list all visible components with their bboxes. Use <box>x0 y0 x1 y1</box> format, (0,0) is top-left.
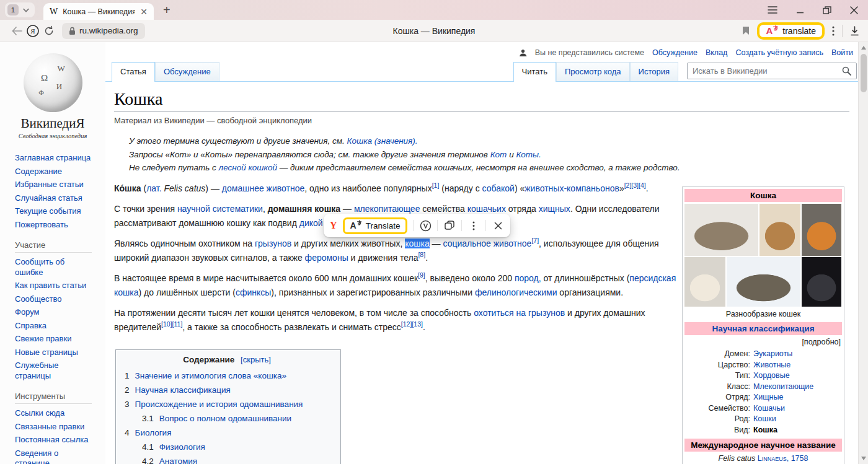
hatnote-line: У этого термина существуют и другие знач… <box>129 134 849 148</box>
taxobox-title: Кошка <box>684 189 842 202</box>
minimize-icon[interactable] <box>796 6 804 14</box>
copy-icon[interactable] <box>443 219 456 232</box>
cat-photo[interactable] <box>684 257 725 307</box>
personal-link-contributions[interactable]: Вклад <box>706 48 728 57</box>
view-tabs: ЧитатьПросмотр кодаИстория <box>513 62 678 81</box>
popup-more-icon[interactable] <box>467 219 480 232</box>
sidebar-link[interactable]: Новые страницы <box>15 348 105 358</box>
toc-item[interactable]: 4.2Анатомия <box>125 454 329 464</box>
voice-read-icon[interactable] <box>419 219 432 232</box>
toc-item[interactable]: 1Значение и этимология слова «кошка» <box>125 369 329 383</box>
close-window-icon[interactable] <box>850 6 858 14</box>
browser-tab[interactable]: W Кошка — Википедия ✕ <box>43 3 154 20</box>
taxonomy-value[interactable]: Кошки <box>753 414 842 424</box>
taxonomy-value[interactable]: Млекопитающие <box>753 382 842 392</box>
sidebar-link[interactable]: Ссылки сюда <box>15 408 105 419</box>
tab-counter-button[interactable]: 1 <box>5 2 35 17</box>
collage-caption: Разнообразие кошек <box>684 307 842 322</box>
toc-item[interactable]: 4Биология <box>125 426 329 440</box>
cat-photo[interactable] <box>760 204 800 256</box>
sidebar-link[interactable]: Пожертвовать <box>15 220 105 230</box>
sidebar-link[interactable]: Форум <box>15 307 105 318</box>
sidebar-link[interactable]: Сообщество <box>15 294 105 305</box>
hatnotes: У этого термина существуют и другие знач… <box>129 134 849 175</box>
downloads-icon[interactable] <box>850 26 859 36</box>
translate-icon: A <box>766 26 779 35</box>
toolbar-translate-button[interactable]: A translate <box>757 22 825 40</box>
user-icon <box>519 49 527 57</box>
sidebar-link[interactable]: Избранные статьи <box>15 180 105 190</box>
view-tab[interactable]: Просмотр кода <box>556 62 630 81</box>
personal-link-discussion[interactable]: Обсуждение <box>652 48 698 57</box>
binomial-name[interactable]: Felis catus Linnaeus, 1758 <box>684 452 842 464</box>
toc-item[interactable]: 2Научная классификация <box>125 383 329 397</box>
cat-photo[interactable] <box>802 257 841 307</box>
yandex-search-icon[interactable]: Y <box>330 220 337 231</box>
popup-close-icon[interactable] <box>492 219 504 232</box>
page-tab[interactable]: Обсуждение <box>155 62 219 81</box>
wikipedia-logo[interactable]: Ω W И Ф <box>24 53 82 112</box>
taxonomy-value[interactable]: Кошка <box>753 425 842 436</box>
toc-item-number: 3 <box>125 400 130 409</box>
toc-hide-toggle[interactable]: [скрыть] <box>241 355 271 364</box>
sidebar-link[interactable]: Текущие события <box>15 206 105 217</box>
popup-translate-button[interactable]: A Translate <box>343 217 408 234</box>
yandex-services-icon[interactable]: Я <box>25 23 41 39</box>
sidebar-link[interactable]: Свежие правки <box>15 334 105 344</box>
search-icon[interactable] <box>842 66 851 76</box>
toc-item-number: 4 <box>125 428 130 437</box>
sidebar-link[interactable]: Содержание <box>15 167 105 177</box>
new-tab-button[interactable]: + <box>163 4 170 16</box>
lock-icon <box>69 27 76 35</box>
address-page-title: Кошка — Википедия <box>393 26 476 36</box>
scrollbar-up-arrow[interactable] <box>861 46 866 50</box>
sidebar-link[interactable]: Постоянная ссылка <box>15 435 105 445</box>
taxonomy-value[interactable]: Хищные <box>753 392 842 403</box>
back-icon[interactable] <box>9 23 25 39</box>
view-tab[interactable]: Читать <box>513 62 556 82</box>
bookmark-icon[interactable] <box>742 26 750 35</box>
sidebar-link[interactable]: Сообщить об ошибке <box>15 257 105 278</box>
toc-item[interactable]: 4.1Физиология <box>125 440 329 454</box>
toc-item[interactable]: 3Происхождение и история одомашнивания <box>125 397 329 411</box>
sidebar-link[interactable]: Как править статьи <box>15 281 105 291</box>
classification-details-link[interactable]: [подробно] <box>684 335 842 348</box>
taxonomy-value[interactable]: Кошачьи <box>753 403 842 414</box>
cat-photo[interactable] <box>802 204 841 256</box>
toc-title: Содержание <box>183 355 234 364</box>
classification-header[interactable]: Научная классификация <box>684 322 842 335</box>
toc-items: 1Значение и этимология слова «кошка» 2На… <box>125 369 329 464</box>
page-scrollbar[interactable] <box>858 42 868 464</box>
sidebar-link[interactable]: Связанные правки <box>15 422 105 432</box>
sidebar-tools-links: Ссылки сюдаСвязанные правкиПостоянная сс… <box>15 408 105 464</box>
wikipedia-wordmark: ВикипедиЯ <box>0 116 105 131</box>
personal-link-create-account[interactable]: Создать учётную запись <box>735 48 823 57</box>
page-tab[interactable]: Статья <box>112 62 155 82</box>
toc-item-number: 2 <box>125 385 130 395</box>
personal-link-login[interactable]: Войти <box>831 48 853 57</box>
sidebar-link[interactable]: Сведения о странице <box>15 449 105 464</box>
refresh-icon[interactable] <box>41 23 57 39</box>
taxonomy-value[interactable]: Эукариоты <box>753 349 842 359</box>
cat-photo[interactable] <box>684 204 758 256</box>
tab-count: 1 <box>7 4 19 15</box>
sidebar-link[interactable]: Заглавная страница <box>15 153 105 164</box>
more-options-icon[interactable] <box>832 26 835 36</box>
menu-icon[interactable] <box>768 6 777 14</box>
restore-icon[interactable] <box>823 6 831 14</box>
sidebar-link[interactable]: Справка <box>15 321 105 331</box>
sidebar-main-links: Заглавная страницаСодержаниеИзбранные ст… <box>15 153 105 230</box>
tab-close-icon[interactable]: ✕ <box>140 7 148 16</box>
scrollbar-thumb[interactable] <box>861 54 867 92</box>
taxonomy-value[interactable]: Хордовые <box>753 370 842 381</box>
toc-item[interactable]: 3.1Вопрос о полном одомашнивании <box>125 411 329 426</box>
url-field[interactable]: ru.wikipedia.org <box>62 23 145 39</box>
cat-photo[interactable] <box>727 257 800 307</box>
sidebar-link[interactable]: Случайная статья <box>15 193 105 204</box>
scrollbar-down-arrow[interactable] <box>861 457 866 460</box>
selection-popup: Y A Translate <box>324 214 510 237</box>
wiki-search-input[interactable] <box>693 66 842 76</box>
taxonomy-value[interactable]: Животные <box>753 360 842 370</box>
view-tab[interactable]: История <box>630 62 678 81</box>
sidebar-link[interactable]: Служебные страницы <box>15 361 105 381</box>
